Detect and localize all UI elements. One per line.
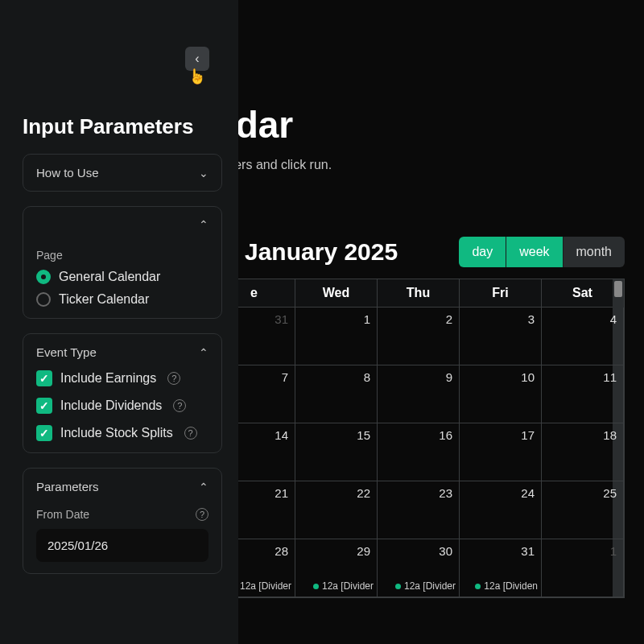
page-card-header[interactable]: ⌃ [36, 218, 208, 231]
calendar-header-wed: Wed [295, 279, 378, 308]
calendar-cell[interactable]: 8 [295, 365, 378, 423]
calendar-cell[interactable]: 22 [295, 481, 378, 539]
calendar-cell[interactable]: 2 [378, 308, 460, 365]
view-day-button[interactable]: day [459, 237, 506, 267]
calendar-cell[interactable]: 1 [542, 539, 624, 597]
calendar-cell[interactable]: 11 [542, 365, 624, 423]
calendar-cell[interactable]: 18 [542, 423, 624, 481]
checkbox-dividends-label: Include Dividends [60, 398, 162, 413]
page-card: ⌃ Page General Calendar Ticker Calendar [23, 206, 222, 319]
checkbox-earnings-label: Include Earnings [60, 371, 156, 386]
view-week-button[interactable]: week [506, 237, 562, 267]
calendar-cell[interactable]: 1 [295, 308, 378, 365]
calendar-header-sat: Sat [542, 279, 624, 308]
calendar-cell[interactable]: 3112a [Dividen [460, 539, 542, 597]
radio-general-calendar[interactable]: General Calendar [36, 270, 208, 284]
page-section-label: Page [36, 249, 208, 262]
parameters-label: Parameters [36, 480, 99, 493]
chevron-left-icon: ‹ [195, 52, 199, 66]
help-icon[interactable]: ? [184, 427, 197, 440]
calendar-event[interactable]: 12a [Divider [382, 580, 456, 592]
radio-ticker-label: Ticker Calendar [59, 292, 149, 307]
calendar-cell[interactable]: 2912a [Divider [295, 539, 378, 597]
from-date-input[interactable] [36, 529, 208, 562]
calendar-cell[interactable]: 3 [460, 308, 542, 365]
calendar-header-thu: Thu [378, 279, 460, 308]
calendar-cell[interactable]: 16 [378, 423, 460, 481]
calendar-cell[interactable]: 17 [460, 423, 542, 481]
calendar-cell[interactable]: 25 [542, 481, 624, 539]
event-type-header[interactable]: Event Type ⌃ [36, 345, 208, 359]
checkbox-checked-icon: ✓ [36, 398, 52, 414]
calendar-cell[interactable]: 15 [295, 423, 378, 481]
radio-unchecked-icon [36, 292, 51, 307]
calendar-cell[interactable]: 23 [378, 481, 460, 539]
calendar-cell[interactable]: 4 [542, 308, 624, 365]
checkbox-splits-label: Include Stock Splits [60, 426, 173, 440]
parameters-card: Parameters ⌃ From Date ? [23, 468, 222, 574]
checkbox-dividends[interactable]: ✓ Include Dividends ? [36, 398, 208, 414]
chevron-up-icon: ⌃ [199, 481, 208, 493]
month-label: January 2025 [245, 238, 398, 266]
view-month-button[interactable]: month [563, 237, 625, 267]
calendar-event[interactable]: 12a [Dividen [464, 580, 538, 592]
help-icon[interactable]: ? [173, 399, 186, 412]
calendar-cell[interactable]: 10 [460, 365, 542, 423]
checkbox-splits[interactable]: ✓ Include Stock Splits ? [36, 425, 208, 441]
event-type-label: Event Type [36, 345, 97, 359]
from-date-label-row: From Date ? [36, 508, 208, 521]
radio-ticker-calendar[interactable]: Ticker Calendar [36, 292, 208, 307]
calendar-event[interactable]: 12a [Divider [300, 580, 374, 592]
radio-checked-icon [36, 270, 51, 284]
checkbox-earnings[interactable]: ✓ Include Earnings ? [36, 370, 208, 386]
sidebar: ‹ ☝ Input Parameters How to Use ⌄ ⌃ Page… [0, 0, 238, 644]
chevron-down-icon: ⌄ [199, 167, 208, 180]
parameters-header[interactable]: Parameters ⌃ [36, 480, 208, 493]
help-icon[interactable]: ? [196, 508, 208, 521]
calendar-cell[interactable]: 3012a [Divider [378, 539, 460, 597]
collapse-sidebar-button[interactable]: ‹ [185, 47, 209, 71]
calendar-header-fri: Fri [460, 279, 542, 308]
from-date-label: From Date [36, 508, 89, 521]
calendar-cell[interactable]: 9 [378, 365, 460, 423]
how-to-use-label: How to Use [36, 166, 99, 180]
radio-general-label: General Calendar [59, 270, 160, 284]
calendar-cell[interactable]: 24 [460, 481, 542, 539]
chevron-up-icon: ⌃ [199, 218, 208, 231]
event-type-card: Event Type ⌃ ✓ Include Earnings ? ✓ Incl… [23, 333, 222, 453]
how-to-use-card[interactable]: How to Use ⌄ [23, 154, 222, 192]
chevron-up-icon: ⌃ [199, 346, 208, 359]
sidebar-title: Input Parameters [23, 114, 222, 139]
view-toggle: day week month [459, 237, 625, 267]
checkbox-checked-icon: ✓ [36, 425, 52, 441]
checkbox-checked-icon: ✓ [36, 370, 52, 386]
help-icon[interactable]: ? [167, 372, 180, 385]
